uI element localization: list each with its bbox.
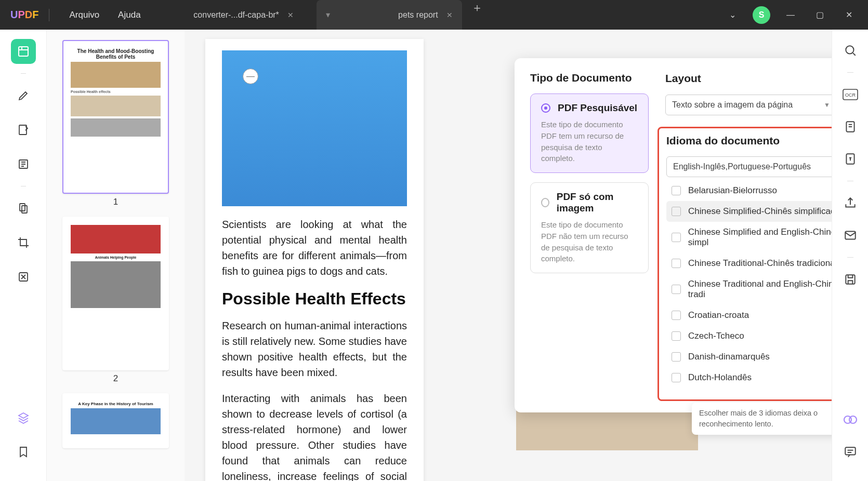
lang-select[interactable]: English-Inglês,Portuguese-Português ▼ [666, 156, 832, 177]
titlebar-right: ⌄ S — ▢ ✕ [724, 6, 858, 24]
menu-file[interactable]: Arquivo [60, 10, 109, 20]
doctype-image-only[interactable]: PDF só com imagem Este tipo de documento… [530, 182, 649, 273]
edit-tool[interactable] [11, 117, 36, 142]
doctype-searchable[interactable]: PDF Pesquisável Este tipo de documento P… [530, 93, 649, 173]
thumb-number: 1 [62, 197, 169, 207]
layers-tool[interactable] [11, 405, 36, 430]
main-area: The Health and Mood-Boosting Benefits of… [0, 30, 868, 481]
menu-help[interactable]: Ajuda [109, 10, 150, 20]
checkbox-icon [672, 186, 681, 195]
lang-option[interactable]: Chinese Traditional-Chinês tradicional [666, 253, 832, 274]
crop-tool[interactable] [11, 230, 36, 255]
lang-option[interactable]: Belarusian-Bielorrusso [666, 180, 832, 201]
lang-option[interactable]: Danish-dinamarquês [666, 346, 832, 367]
layout-select[interactable]: Texto sobre a imagem da página ▼ [665, 95, 832, 115]
svg-rect-3 [20, 204, 25, 211]
thumb-title: The Health and Mood-Boosting Benefits of… [71, 48, 161, 60]
checkbox-icon [672, 331, 681, 341]
svg-text:OCR: OCR [845, 92, 856, 98]
heading: Possible Health Effects [222, 289, 407, 309]
close-icon[interactable]: ✕ [446, 11, 453, 19]
warning-toast: ✕ Escolher mais de 3 idiomas deixa o rec… [692, 403, 832, 435]
layout-column: Layout ? Texto sobre a imagem da página … [665, 72, 832, 401]
lang-option[interactable]: Dutch-Holandês [666, 367, 832, 388]
ai-icon[interactable] [840, 409, 861, 430]
checkbox-icon [672, 259, 681, 268]
separator [847, 257, 853, 258]
thumb-number: 2 [62, 373, 169, 384]
divider [49, 9, 49, 21]
checkbox-icon [672, 352, 681, 362]
lang-option[interactable]: Chinese Simplified and English-Chinês si… [666, 222, 832, 253]
form-icon[interactable] [840, 116, 861, 137]
svg-rect-0 [19, 47, 28, 56]
lang-option[interactable]: Chinese Traditional and English-Chinês t… [666, 274, 832, 305]
bookmark-tool[interactable] [11, 439, 36, 464]
separator [847, 72, 853, 73]
warning-text: Escolher mais de 3 idiomas deixa o recon… [699, 409, 818, 428]
thumbnails-tool[interactable] [11, 39, 36, 64]
highlighter-tool[interactable] [11, 83, 36, 108]
doctype-title: PDF Pesquisável [558, 102, 637, 114]
lang-list[interactable]: Belarusian-Bielorrusso Chinese Simplifie… [666, 180, 832, 393]
doctype-header: Tipo de Documento [530, 72, 649, 84]
body-text: Research on human-animal interactions is… [222, 318, 407, 380]
share-icon[interactable] [840, 193, 861, 213]
layout-value: Texto sobre a imagem da página [672, 100, 793, 110]
ocr-panel: Tipo de Documento PDF Pesquisável Este t… [515, 58, 832, 412]
svg-point-15 [849, 416, 857, 423]
svg-rect-4 [22, 206, 27, 213]
lang-header: Idioma do documento [666, 135, 832, 147]
radio-icon [541, 103, 550, 113]
tab-pets-report[interactable]: ▾ pets report ✕ [317, 0, 462, 30]
lang-option[interactable]: Dutch (Belgian)-Holandês (belga) [666, 388, 832, 393]
doctype-title: PDF só com imagem [557, 191, 638, 214]
tab-label: pets report [398, 10, 438, 20]
lang-option[interactable]: Croatian-croata [666, 305, 832, 326]
mail-icon[interactable] [840, 225, 861, 246]
checkbox-icon [672, 285, 681, 294]
right-toolbar: OCR [832, 30, 868, 481]
svg-point-7 [846, 46, 853, 54]
checkbox-icon [672, 207, 681, 216]
thumbnail-2[interactable]: Animals Helping People [62, 217, 169, 370]
lang-option[interactable]: Czech-Tcheco [666, 326, 832, 346]
page: Scientists are looking at what the poten… [205, 39, 424, 481]
thumbnail-1[interactable]: The Health and Mood-Boosting Benefits of… [62, 40, 169, 194]
separator [21, 73, 26, 74]
thumb-title: A Key Phase in the History of Tourism [71, 402, 161, 406]
zoom-out-button[interactable]: — [243, 69, 258, 84]
maximize-button[interactable]: ▢ [811, 6, 828, 24]
thumbnail-pane: The Health and Mood-Boosting Benefits of… [47, 30, 185, 481]
chevron-down-icon[interactable]: ⌄ [724, 6, 741, 24]
comment-icon[interactable] [840, 442, 861, 462]
thumbnail-3[interactable]: A Key Phase in the History of Tourism [62, 393, 169, 448]
close-button[interactable]: ✕ [840, 6, 858, 24]
thumb-sub: Possible Health effects [71, 90, 161, 93]
lang-option[interactable]: Chinese Simplified-Chinês simplificado [666, 201, 832, 222]
svg-rect-13 [846, 275, 854, 284]
organize-tool[interactable] [11, 196, 36, 221]
new-tab-button[interactable]: ＋ [462, 0, 492, 30]
tab-strip: converter-...df-capa-br* ✕ ▾ pets report… [171, 0, 724, 30]
thumb-title: Animals Helping People [71, 256, 161, 259]
chevron-down-icon[interactable]: ▾ [326, 10, 330, 20]
doctype-column: Tipo de Documento PDF Pesquisável Este t… [530, 72, 649, 401]
minimize-button[interactable]: — [782, 6, 799, 24]
document-view: — Scientists are looking at what the pot… [185, 30, 832, 481]
app-logo: UPDF [10, 9, 38, 21]
save-icon[interactable] [840, 269, 861, 290]
svg-rect-16 [845, 447, 856, 455]
tab-converter[interactable]: converter-...df-capa-br* ✕ [171, 0, 317, 30]
checkbox-icon [672, 373, 681, 382]
doctype-desc: Este tipo de documento PDF tem um recurs… [541, 119, 638, 164]
ocr-icon[interactable]: OCR [840, 84, 861, 105]
redact-tool[interactable] [11, 264, 36, 289]
pages-tool[interactable] [11, 152, 36, 177]
search-icon[interactable] [840, 40, 861, 61]
protect-icon[interactable] [840, 149, 861, 169]
left-toolbar [0, 30, 47, 481]
close-icon[interactable]: ✕ [287, 11, 294, 19]
language-section: Idioma do documento English-Inglês,Portu… [657, 127, 832, 401]
avatar[interactable]: S [753, 6, 770, 24]
